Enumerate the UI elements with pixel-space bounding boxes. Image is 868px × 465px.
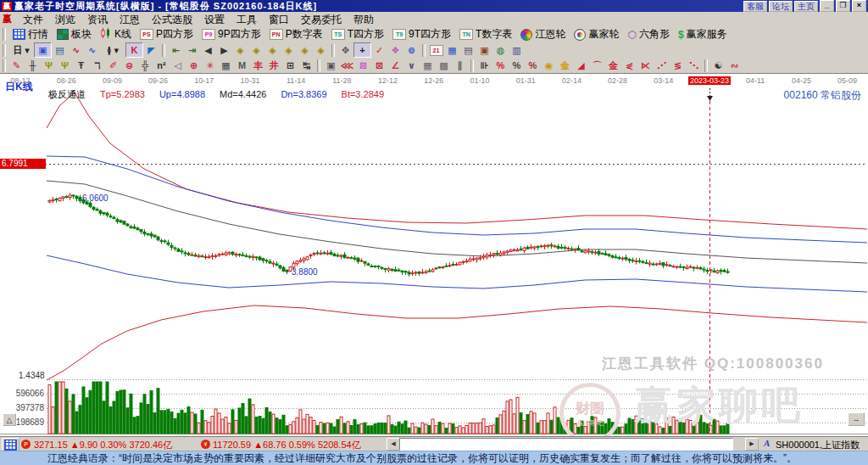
draw-wave-icon[interactable]: M <box>234 59 250 72</box>
draw-tbar-icon[interactable]: Ŧ <box>73 59 89 72</box>
scrollbar-right-arrow[interactable]: ▶ <box>745 438 759 451</box>
prev-bar-icon[interactable]: ◀ <box>200 43 216 57</box>
draw-f-angle-icon[interactable]: ⋉ <box>637 59 654 72</box>
chart-window-icon[interactable]: ▣ <box>34 42 52 58</box>
menu-news[interactable]: 资讯 <box>81 14 114 25</box>
browse-icon[interactable]: ⊚ <box>403 43 420 57</box>
draw-darkgrid-icon[interactable]: ▦ <box>218 59 234 72</box>
calendar-icon[interactable]: 21 <box>428 43 444 57</box>
last-bar-icon[interactable]: ⇥ <box>184 43 200 57</box>
winner-service-button[interactable]: $赢家服务 <box>674 27 732 42</box>
draw-fan-icon[interactable]: ⋘ <box>339 59 355 72</box>
draw-pen-icon[interactable]: ✎ <box>8 59 25 72</box>
crosshair-icon[interactable]: + <box>353 42 371 58</box>
titlebar-link-support[interactable]: 客服 <box>743 1 767 12</box>
trend-red-icon[interactable]: ∿ <box>68 43 84 57</box>
draw-gann-grid2-icon[interactable]: 井 <box>266 59 282 72</box>
diamond-h-collapse-icon[interactable]: ◈ <box>281 43 297 57</box>
draw-parallel-icon[interactable]: ∥ <box>452 59 468 72</box>
hexagon-button[interactable]: ⬡六角形 <box>623 27 673 42</box>
quotes-button[interactable]: 行情 <box>8 27 53 42</box>
draw-angle2-icon[interactable]: ⋞ <box>621 59 637 72</box>
t-number-table-button[interactable]: TNT数字表 <box>455 27 516 42</box>
draw-ink-icon[interactable]: ◢ <box>573 59 589 72</box>
draw-window-grid-icon[interactable]: ⊞ <box>282 59 298 72</box>
draw-marker-pen-icon[interactable]: ✐ <box>105 59 121 72</box>
sync-icon[interactable]: ◍ <box>492 43 509 57</box>
draw-rays-icon[interactable]: ⋰ <box>654 59 670 72</box>
draw-densegrid-icon[interactable]: ▦ <box>420 59 436 72</box>
p-number-table-button[interactable]: PNP数字表 <box>265 27 327 42</box>
restore-button[interactable]: ❐ <box>836 0 850 12</box>
save-icon[interactable]: ▣ <box>476 43 492 57</box>
candle-style-dropdown[interactable]: ≬ ▾ <box>100 43 125 57</box>
first-bar-icon[interactable]: ⇤ <box>168 43 184 57</box>
kline-mode-icon[interactable]: K <box>125 42 143 58</box>
volume-pane-toggle-button[interactable]: △ <box>3 413 16 426</box>
menu-formula-picker[interactable]: 公式选股 <box>146 14 198 25</box>
minimize-button[interactable]: _ <box>820 0 834 12</box>
nine-p-square-button[interactable]: P99P四方形 <box>198 27 265 42</box>
draw-grid-hash-icon[interactable]: ╬ <box>137 59 153 72</box>
menu-help[interactable]: 帮助 <box>348 14 380 25</box>
draw-square-red-icon[interactable]: ⊠ <box>371 59 387 72</box>
measure-icon[interactable]: ✓ <box>371 43 387 57</box>
draw-percent-icon[interactable]: % <box>509 59 525 72</box>
draw-star-icon[interactable]: ✳ <box>202 59 218 72</box>
diamond-h-expand-icon[interactable]: ◈ <box>264 43 281 57</box>
draw-gann-grid1-icon[interactable]: 丰 <box>250 59 266 72</box>
menu-gann[interactable]: 江恩 <box>114 14 146 25</box>
draw-gold-vline-icon[interactable]: 金 <box>605 59 621 72</box>
draw-arc-icon[interactable]: ⌒ <box>589 59 605 72</box>
menu-trade[interactable]: 交易委托 <box>295 14 348 25</box>
close-button[interactable]: × <box>852 0 866 12</box>
diamond-v-expand-icon[interactable]: ◈ <box>297 43 313 57</box>
draw-pct-slash-icon[interactable]: % <box>492 59 509 72</box>
diamond-left-icon[interactable]: ◈ <box>232 43 248 57</box>
p-square-button[interactable]: PSP四方形 <box>136 27 198 42</box>
draw-width-icon[interactable]: ↹ <box>298 59 314 72</box>
draw-target-icon[interactable]: ⊕ <box>186 59 202 72</box>
scrollbar-left-arrow[interactable]: ◀ <box>387 438 400 451</box>
menu-file[interactable]: 文件 <box>17 14 49 25</box>
draw-pct-line-icon[interactable]: % <box>525 59 541 72</box>
draw-gann-sprout2-icon[interactable]: Ψ <box>57 59 73 72</box>
hand-pan-icon[interactable]: ✥ <box>337 43 353 57</box>
draw-steps-icon[interactable]: ℸ <box>89 59 105 72</box>
draw-n2-icon[interactable]: n² <box>153 59 170 72</box>
draw-boxgrid-icon[interactable]: ▩ <box>436 59 452 72</box>
kline-button[interactable]: K线 <box>96 27 136 42</box>
draw-gold-section-icon[interactable]: 金 <box>557 59 573 72</box>
menu-settings[interactable]: 设置 <box>198 14 231 25</box>
scroll-right-button[interactable]: → <box>848 412 865 426</box>
diamond-right-icon[interactable]: ◈ <box>248 43 264 57</box>
workstation-icon[interactable]: ▥ <box>509 43 525 57</box>
chart-area[interactable]: 日K线 08-1208-2609-0909-2610-1710-3111-141… <box>0 73 868 437</box>
draw-gold-circle-icon[interactable]: ◉ <box>541 59 557 72</box>
next-bar-icon[interactable]: ▶ <box>216 43 232 57</box>
t-square-button[interactable]: TST四方形 <box>327 27 388 42</box>
draw-ruler-icon[interactable]: ⊪ <box>476 59 492 72</box>
draw-cursor-icon[interactable]: ◁ <box>170 59 186 72</box>
menu-browse[interactable]: 浏览 <box>49 14 81 25</box>
draw-box-select-icon[interactable]: ▣ <box>323 59 339 72</box>
draw-channel-icon[interactable]: ≶ <box>670 59 686 72</box>
draw-fan2-icon[interactable]: ⋱ <box>686 59 702 72</box>
draw-square-pink-icon[interactable]: ⊠ <box>355 59 371 72</box>
draw-hatch-icon[interactable]: ╫ <box>25 59 41 72</box>
draw-angle-icon[interactable]: ∠ <box>387 59 403 72</box>
sectors-button[interactable]: 板块 <box>53 27 96 42</box>
draw-gann-sprout1-icon[interactable]: Ψ <box>41 59 57 72</box>
nine-t-square-button[interactable]: T99T四方形 <box>388 27 455 42</box>
draw-circle-slash-icon[interactable]: ⊜ <box>121 59 137 72</box>
info-panel-icon[interactable]: ▤ <box>52 43 68 57</box>
gann-square-icon[interactable]: ❖ <box>387 43 403 57</box>
period-day-dropdown[interactable]: 日 ▾ <box>8 43 34 57</box>
gann-wheel-button[interactable]: 江恩轮 <box>516 27 570 42</box>
calculator-icon[interactable]: ▦ <box>444 43 460 57</box>
trend-blue-icon[interactable]: ∿ <box>84 43 100 57</box>
titlebar-link-home[interactable]: 主页 <box>794 1 818 12</box>
diamond-v-collapse-icon[interactable]: ◈ <box>313 43 329 57</box>
flag-icon[interactable]: ◤ <box>143 43 159 57</box>
yinyang-icon[interactable]: ☯ <box>710 59 726 72</box>
